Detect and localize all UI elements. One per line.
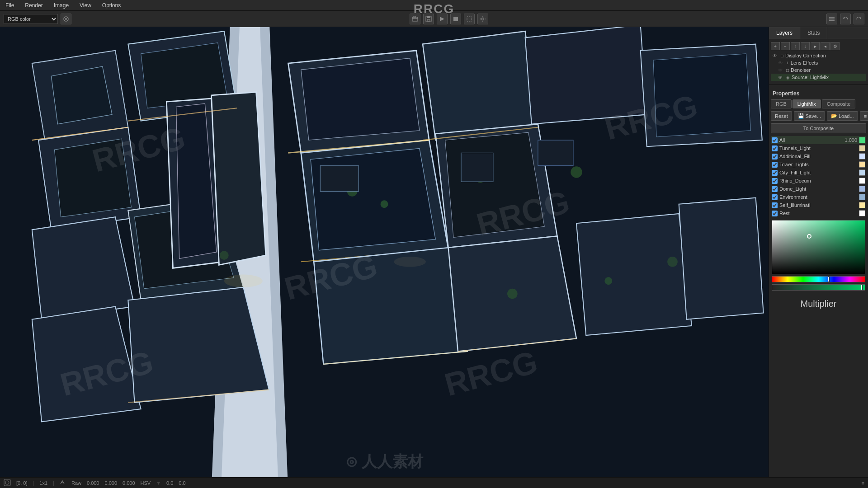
hue-cursor bbox=[828, 277, 830, 282]
load-icon: 📂 bbox=[831, 113, 837, 119]
svg-rect-6 bbox=[427, 19, 430, 21]
layer-name-lightmix: Source: LightMix bbox=[792, 75, 864, 80]
light-rhino-checkbox[interactable] bbox=[772, 178, 778, 184]
move-down-btn[interactable]: ↓ bbox=[801, 42, 810, 50]
hue-slider[interactable] bbox=[772, 276, 865, 282]
status-extra1: 0.0 bbox=[166, 480, 173, 486]
alpha-slider[interactable] bbox=[772, 284, 865, 291]
layer-display-correction[interactable]: 👁 □ Display Correction bbox=[771, 52, 866, 59]
light-all-checkbox[interactable] bbox=[772, 137, 778, 143]
light-additional-color[interactable] bbox=[859, 153, 865, 160]
settings-btn[interactable] bbox=[477, 14, 488, 24]
light-rhino-color[interactable] bbox=[859, 178, 865, 184]
svg-point-60 bbox=[507, 289, 518, 299]
stop-btn[interactable] bbox=[450, 14, 461, 24]
light-cityfill-checkbox[interactable] bbox=[772, 170, 778, 176]
light-cityfill-color[interactable] bbox=[859, 169, 865, 176]
save-file-btn[interactable] bbox=[423, 14, 434, 24]
status-val3: 0.000 bbox=[123, 480, 135, 486]
open-file-btn[interactable] bbox=[410, 14, 420, 24]
light-rest-row[interactable]: Rest bbox=[771, 209, 866, 217]
tab-composite[interactable]: Composite bbox=[822, 99, 856, 108]
light-env-checkbox[interactable] bbox=[772, 194, 778, 200]
menu-file[interactable]: File bbox=[4, 1, 16, 9]
color-mode-select[interactable]: RGB color Alpha Luminance bbox=[4, 14, 58, 24]
layer-source-lightmix[interactable]: 👁 ◈ Source: LightMix bbox=[771, 74, 866, 81]
collapse-btn[interactable]: ◂ bbox=[821, 42, 830, 50]
light-additional-row[interactable]: Additional_Fill bbox=[771, 152, 866, 160]
eye-icon: 👁 bbox=[778, 61, 784, 66]
svg-marker-40 bbox=[212, 92, 266, 265]
undo-btn[interactable] bbox=[840, 14, 851, 24]
svg-point-10 bbox=[482, 18, 484, 20]
region-btn[interactable] bbox=[464, 14, 475, 24]
remove-layer-btn[interactable]: − bbox=[781, 42, 790, 50]
status-scale: 1x1 bbox=[39, 480, 47, 486]
light-dome-row[interactable]: Dome_Light bbox=[771, 185, 866, 193]
menu-image[interactable]: Image bbox=[52, 1, 71, 9]
reset-btn[interactable]: Reset bbox=[771, 111, 792, 121]
light-additional-checkbox[interactable] bbox=[772, 154, 778, 160]
light-self-row[interactable]: Self_Illuminati bbox=[771, 201, 866, 209]
light-env-color[interactable] bbox=[859, 194, 865, 200]
redo-btn[interactable] bbox=[854, 14, 864, 24]
status-colorspace: HSV bbox=[141, 480, 151, 486]
light-self-color[interactable] bbox=[859, 202, 865, 208]
render-btn[interactable] bbox=[437, 14, 448, 24]
save-label: Save... bbox=[806, 113, 821, 119]
light-dome-color[interactable] bbox=[859, 186, 865, 192]
panel-tabs: Layers Stats bbox=[769, 27, 868, 39]
tab-stats[interactable]: Stats bbox=[800, 27, 827, 39]
menu-options[interactable]: Options bbox=[100, 1, 123, 9]
light-cityfill-row[interactable]: City_Fill_Light bbox=[771, 169, 866, 177]
to-composite-btn[interactable]: To Composite bbox=[771, 123, 866, 133]
layer-lens-effects[interactable]: 👁 + Lens Effects bbox=[771, 59, 866, 66]
light-tower-row[interactable]: Tower_Lights bbox=[771, 160, 866, 169]
light-tower-checkbox[interactable] bbox=[772, 162, 778, 168]
load-btn[interactable]: 📂 Load... bbox=[827, 111, 858, 121]
layers-panel-btn[interactable] bbox=[826, 14, 837, 24]
move-up-btn[interactable]: ↑ bbox=[791, 42, 800, 50]
settings-layer-btn[interactable]: ⚙ bbox=[830, 42, 840, 50]
light-self-name: Self_Illuminati bbox=[779, 202, 857, 208]
load-label: Load... bbox=[839, 113, 854, 119]
layers-tree: + − ↑ ↓ ▸ ◂ ⚙ 👁 □ Display Correction 👁 +… bbox=[769, 39, 868, 83]
light-tunnels-checkbox[interactable] bbox=[772, 145, 778, 151]
alpha-cursor bbox=[861, 285, 863, 290]
svg-point-66 bbox=[224, 275, 263, 287]
light-env-name: Environment bbox=[779, 194, 857, 200]
menu-render[interactable]: Render bbox=[23, 1, 44, 9]
menu-view[interactable]: View bbox=[78, 1, 93, 9]
buildings-svg: RRCG RRCG RRCG RRCG RRCG RRCG ⊙ 人人素材 bbox=[0, 27, 769, 477]
tab-lightmix[interactable]: LightMix bbox=[793, 99, 821, 108]
status-menu-icon[interactable]: ≡ bbox=[862, 480, 864, 486]
light-tower-name: Tower_Lights bbox=[779, 162, 857, 167]
color-spectrum[interactable] bbox=[772, 220, 865, 274]
svg-rect-63 bbox=[320, 166, 359, 192]
layer-denoiser[interactable]: 👁 □ Denoiser bbox=[771, 66, 866, 74]
light-tower-color[interactable] bbox=[859, 161, 865, 168]
tab-rgb[interactable]: RGB bbox=[771, 99, 792, 108]
eye-icon: 👁 bbox=[778, 68, 784, 73]
light-rest-color[interactable] bbox=[859, 210, 865, 216]
light-dome-checkbox[interactable] bbox=[772, 186, 778, 192]
viewport[interactable]: RRCG RRCG RRCG RRCG RRCG RRCG ⊙ 人人素材 bbox=[0, 27, 769, 477]
light-tunnels-color[interactable] bbox=[859, 145, 865, 151]
tab-layers[interactable]: Layers bbox=[769, 27, 800, 39]
color-picker-cursor bbox=[807, 234, 811, 239]
add-layer-btn[interactable]: + bbox=[771, 42, 780, 50]
light-env-row[interactable]: Environment bbox=[771, 193, 866, 201]
light-self-checkbox[interactable] bbox=[772, 202, 778, 208]
light-rest-checkbox[interactable] bbox=[772, 211, 778, 216]
reset-wheel-btn[interactable] bbox=[61, 14, 71, 24]
save-btn[interactable]: 💾 Save... bbox=[794, 111, 825, 121]
expand-all-btn[interactable]: ▸ bbox=[811, 42, 820, 50]
color-picker-area bbox=[771, 220, 866, 291]
svg-point-67 bbox=[394, 257, 426, 267]
light-all-row[interactable]: All 1.000 bbox=[771, 136, 866, 144]
more-options-btn[interactable]: ≡ bbox=[860, 111, 868, 121]
light-tunnels-row[interactable]: Tunnels_Light bbox=[771, 144, 866, 152]
light-all-color[interactable] bbox=[859, 137, 865, 143]
svg-marker-47 bbox=[128, 287, 269, 403]
light-rhino-row[interactable]: Rhino_Docum bbox=[771, 177, 866, 185]
